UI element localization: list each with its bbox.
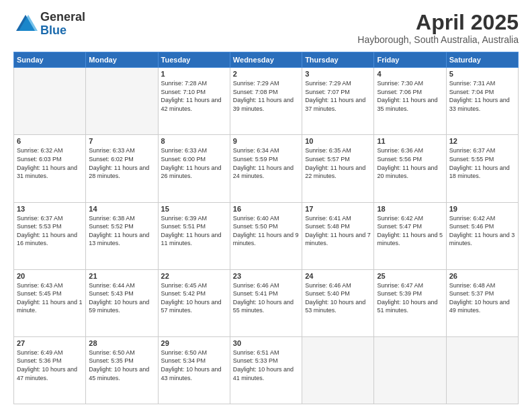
table-row: 26Sunrise: 6:48 AMSunset: 5:37 PMDayligh… bbox=[446, 269, 518, 336]
day-info: Sunrise: 6:35 AMSunset: 5:57 PMDaylight:… bbox=[305, 146, 371, 180]
table-row: 9Sunrise: 6:34 AMSunset: 5:59 PMDaylight… bbox=[230, 135, 302, 202]
day-info: Sunrise: 6:42 AMSunset: 5:46 PMDaylight:… bbox=[449, 214, 515, 248]
day-number: 13 bbox=[17, 205, 83, 213]
title-block: April 2025 Hayborough, South Australia, … bbox=[357, 11, 519, 45]
table-row: 29Sunrise: 6:50 AMSunset: 5:34 PMDayligh… bbox=[158, 336, 230, 404]
day-number: 25 bbox=[377, 272, 443, 280]
day-number: 2 bbox=[233, 70, 299, 78]
col-friday: Friday bbox=[374, 52, 446, 68]
col-sunday: Sunday bbox=[14, 52, 86, 68]
table-row: 8Sunrise: 6:33 AMSunset: 6:00 PMDaylight… bbox=[158, 135, 230, 202]
day-number: 3 bbox=[305, 70, 371, 78]
table-row: 11Sunrise: 6:36 AMSunset: 5:56 PMDayligh… bbox=[374, 135, 446, 202]
day-number: 10 bbox=[305, 137, 371, 145]
day-info: Sunrise: 6:40 AMSunset: 5:50 PMDaylight:… bbox=[233, 214, 299, 248]
day-number: 6 bbox=[17, 137, 83, 145]
day-number: 14 bbox=[89, 205, 154, 213]
day-info: Sunrise: 6:33 AMSunset: 6:02 PMDaylight:… bbox=[89, 146, 154, 180]
day-info: Sunrise: 7:30 AMSunset: 7:06 PMDaylight:… bbox=[377, 79, 443, 113]
day-info: Sunrise: 7:29 AMSunset: 7:08 PMDaylight:… bbox=[233, 79, 299, 113]
table-row: 18Sunrise: 6:42 AMSunset: 5:47 PMDayligh… bbox=[374, 202, 446, 269]
table-row: 22Sunrise: 6:45 AMSunset: 5:42 PMDayligh… bbox=[158, 269, 230, 336]
col-monday: Monday bbox=[86, 52, 158, 68]
day-number: 4 bbox=[377, 70, 443, 78]
table-row: 12Sunrise: 6:37 AMSunset: 5:55 PMDayligh… bbox=[446, 135, 518, 202]
day-info: Sunrise: 6:33 AMSunset: 6:00 PMDaylight:… bbox=[161, 146, 227, 180]
table-row bbox=[302, 336, 374, 404]
day-number: 30 bbox=[233, 339, 299, 347]
table-row: 20Sunrise: 6:43 AMSunset: 5:45 PMDayligh… bbox=[14, 269, 86, 336]
table-row bbox=[86, 68, 158, 135]
table-row bbox=[446, 336, 518, 404]
col-thursday: Thursday bbox=[302, 52, 374, 68]
table-row: 13Sunrise: 6:37 AMSunset: 5:53 PMDayligh… bbox=[14, 202, 86, 269]
day-number: 8 bbox=[161, 137, 227, 145]
table-row bbox=[14, 68, 86, 135]
calendar-week-4: 20Sunrise: 6:43 AMSunset: 5:45 PMDayligh… bbox=[14, 269, 519, 336]
day-info: Sunrise: 6:38 AMSunset: 5:52 PMDaylight:… bbox=[89, 214, 154, 248]
day-info: Sunrise: 6:46 AMSunset: 5:41 PMDaylight:… bbox=[233, 281, 299, 315]
day-number: 27 bbox=[17, 339, 83, 347]
day-info: Sunrise: 6:50 AMSunset: 5:34 PMDaylight:… bbox=[161, 349, 227, 382]
month-title: April 2025 bbox=[357, 11, 519, 34]
day-number: 9 bbox=[233, 137, 299, 145]
day-number: 20 bbox=[17, 272, 83, 280]
table-row bbox=[374, 336, 446, 404]
day-info: Sunrise: 6:44 AMSunset: 5:43 PMDaylight:… bbox=[89, 281, 154, 315]
table-row: 19Sunrise: 6:42 AMSunset: 5:46 PMDayligh… bbox=[446, 202, 518, 269]
col-wednesday: Wednesday bbox=[230, 52, 302, 68]
calendar-header-row: Sunday Monday Tuesday Wednesday Thursday… bbox=[14, 52, 519, 68]
day-number: 5 bbox=[449, 70, 515, 78]
col-tuesday: Tuesday bbox=[158, 52, 230, 68]
header: General Blue April 2025 Hayborough, Sout… bbox=[13, 11, 519, 45]
table-row: 2Sunrise: 7:29 AMSunset: 7:08 PMDaylight… bbox=[230, 68, 302, 135]
table-row: 24Sunrise: 6:46 AMSunset: 5:40 PMDayligh… bbox=[302, 269, 374, 336]
day-info: Sunrise: 6:42 AMSunset: 5:47 PMDaylight:… bbox=[377, 214, 443, 248]
day-number: 16 bbox=[233, 205, 299, 213]
day-info: Sunrise: 6:41 AMSunset: 5:48 PMDaylight:… bbox=[305, 214, 371, 248]
table-row: 5Sunrise: 7:31 AMSunset: 7:04 PMDaylight… bbox=[446, 68, 518, 135]
day-info: Sunrise: 6:39 AMSunset: 5:51 PMDaylight:… bbox=[161, 214, 227, 248]
day-info: Sunrise: 7:28 AMSunset: 7:10 PMDaylight:… bbox=[161, 79, 227, 113]
table-row: 30Sunrise: 6:51 AMSunset: 5:33 PMDayligh… bbox=[230, 336, 302, 404]
day-number: 21 bbox=[89, 272, 154, 280]
calendar-week-1: 1Sunrise: 7:28 AMSunset: 7:10 PMDaylight… bbox=[14, 68, 519, 135]
day-info: Sunrise: 6:37 AMSunset: 5:53 PMDaylight:… bbox=[17, 214, 83, 248]
page: General Blue April 2025 Hayborough, Sout… bbox=[0, 0, 532, 411]
day-number: 28 bbox=[89, 339, 154, 347]
table-row: 21Sunrise: 6:44 AMSunset: 5:43 PMDayligh… bbox=[86, 269, 158, 336]
day-number: 24 bbox=[305, 272, 371, 280]
day-number: 26 bbox=[449, 272, 515, 280]
table-row: 3Sunrise: 7:29 AMSunset: 7:07 PMDaylight… bbox=[302, 68, 374, 135]
day-info: Sunrise: 6:49 AMSunset: 5:36 PMDaylight:… bbox=[17, 349, 83, 382]
day-info: Sunrise: 6:32 AMSunset: 6:03 PMDaylight:… bbox=[17, 146, 83, 180]
table-row: 4Sunrise: 7:30 AMSunset: 7:06 PMDaylight… bbox=[374, 68, 446, 135]
day-number: 29 bbox=[161, 339, 227, 347]
table-row: 10Sunrise: 6:35 AMSunset: 5:57 PMDayligh… bbox=[302, 135, 374, 202]
table-row: 16Sunrise: 6:40 AMSunset: 5:50 PMDayligh… bbox=[230, 202, 302, 269]
day-number: 22 bbox=[161, 272, 227, 280]
day-info: Sunrise: 6:43 AMSunset: 5:45 PMDaylight:… bbox=[17, 281, 83, 315]
calendar-table: Sunday Monday Tuesday Wednesday Thursday… bbox=[13, 52, 519, 404]
col-saturday: Saturday bbox=[446, 52, 518, 68]
day-number: 19 bbox=[449, 205, 515, 213]
calendar-week-2: 6Sunrise: 6:32 AMSunset: 6:03 PMDaylight… bbox=[14, 135, 519, 202]
table-row: 6Sunrise: 6:32 AMSunset: 6:03 PMDaylight… bbox=[14, 135, 86, 202]
logo-general: General bbox=[40, 11, 85, 24]
calendar-week-3: 13Sunrise: 6:37 AMSunset: 5:53 PMDayligh… bbox=[14, 202, 519, 269]
day-info: Sunrise: 6:48 AMSunset: 5:37 PMDaylight:… bbox=[449, 281, 515, 315]
logo-blue: Blue bbox=[40, 24, 85, 38]
day-info: Sunrise: 7:31 AMSunset: 7:04 PMDaylight:… bbox=[449, 79, 515, 113]
day-number: 7 bbox=[89, 137, 154, 145]
day-info: Sunrise: 6:50 AMSunset: 5:35 PMDaylight:… bbox=[89, 349, 154, 382]
day-number: 17 bbox=[305, 205, 371, 213]
location-subtitle: Hayborough, South Australia, Australia bbox=[357, 34, 519, 45]
day-info: Sunrise: 6:36 AMSunset: 5:56 PMDaylight:… bbox=[377, 146, 443, 180]
table-row: 28Sunrise: 6:50 AMSunset: 5:35 PMDayligh… bbox=[86, 336, 158, 404]
table-row: 15Sunrise: 6:39 AMSunset: 5:51 PMDayligh… bbox=[158, 202, 230, 269]
day-info: Sunrise: 7:29 AMSunset: 7:07 PMDaylight:… bbox=[305, 79, 371, 113]
day-number: 11 bbox=[377, 137, 443, 145]
table-row: 7Sunrise: 6:33 AMSunset: 6:02 PMDaylight… bbox=[86, 135, 158, 202]
day-number: 18 bbox=[377, 205, 443, 213]
table-row: 14Sunrise: 6:38 AMSunset: 5:52 PMDayligh… bbox=[86, 202, 158, 269]
